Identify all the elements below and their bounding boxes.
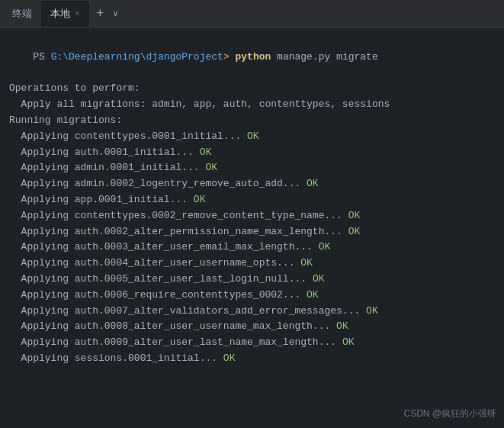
terminal-line: Applying auth.0001_initial... OK (9, 145, 495, 161)
watermark: CSDN @疯狂的小强呀 (403, 407, 496, 420)
command-line: PS G:\Deeplearning\djangoProject> python… (9, 34, 495, 81)
tab-dropdown-button[interactable]: ∨ (110, 7, 121, 20)
tab-terminal[interactable]: 终端 (3, 1, 41, 27)
prompt-gt: > (223, 51, 230, 63)
terminal-line: Applying auth.0004_alter_user_username_o… (9, 256, 495, 272)
tab-local-label: 本地 (50, 7, 70, 21)
terminal-line: Applying auth.0005_alter_user_last_login… (9, 272, 495, 288)
terminal-line: Applying auth.0006_require_contenttypes_… (9, 288, 495, 304)
terminal-lines: Operations to perform: Apply all migrati… (9, 81, 495, 366)
new-tab-button[interactable]: + (92, 5, 109, 22)
tab-terminal-label: 终端 (12, 7, 32, 21)
terminal-line: Applying admin.0001_initial... OK (9, 160, 495, 176)
cmd-rest: manage.py migrate (271, 51, 377, 63)
cmd-python: python (230, 51, 271, 63)
terminal-line: Applying auth.0002_alter_permission_name… (9, 224, 495, 240)
terminal-line: Applying auth.0008_alter_user_username_m… (9, 319, 495, 335)
terminal-content: PS G:\Deeplearning\djangoProject> python… (0, 27, 504, 428)
prompt-path: G:\Deeplearning\djangoProject (51, 51, 223, 63)
terminal-line: Applying contenttypes.0001_initial... OK (9, 129, 495, 145)
terminal-line: Applying admin.0002_logentry_remove_auto… (9, 176, 495, 192)
terminal-line: Apply all migrations: admin, app, auth, … (9, 97, 495, 113)
prompt-ps: PS (33, 51, 50, 63)
tab-local[interactable]: 本地 × (41, 1, 89, 27)
terminal-line: Applying auth.0007_alter_validators_add_… (9, 304, 495, 320)
terminal-line: Operations to perform: (9, 81, 495, 97)
terminal-line: Running migrations: (9, 113, 495, 129)
terminal-line: Applying sessions.0001_initial... OK (9, 351, 495, 367)
terminal-line: Applying contenttypes.0002_remove_conten… (9, 208, 495, 224)
terminal-line: Applying app.0001_initial... OK (9, 192, 495, 208)
watermark-text: CSDN @疯狂的小强呀 (403, 408, 496, 419)
terminal-line: Applying auth.0009_alter_user_last_name_… (9, 335, 495, 351)
tab-bar: 终端 本地 × + ∨ (0, 0, 504, 27)
close-icon[interactable]: × (75, 9, 80, 18)
terminal-line: Applying auth.0003_alter_user_email_max_… (9, 240, 495, 256)
